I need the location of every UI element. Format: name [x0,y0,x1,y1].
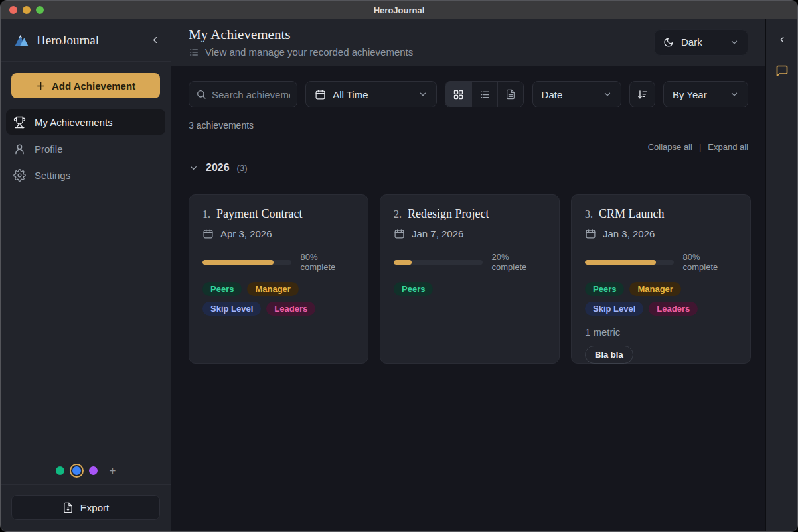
card-title: Payment Contract [216,207,302,221]
calendar-icon [585,228,596,239]
main-area: My Achievements View and manage your rec… [171,19,765,531]
tag-list: Peers [394,282,546,296]
theme-select[interactable]: Dark [654,29,748,56]
search-icon [196,89,206,100]
window-title: HeroJournal [374,5,425,15]
chevron-down-icon [730,38,739,47]
collapse-all-link[interactable]: Collapse all [648,142,692,152]
progress-bar [394,260,483,265]
moon-icon [663,37,674,48]
panel-collapse-button[interactable] [777,35,787,44]
chat-bubble-icon[interactable] [775,64,789,78]
card-number: 2. [394,208,402,220]
calendar-icon [315,89,326,100]
card-number: 1. [202,208,210,220]
tag-peers: Peers [394,282,433,296]
add-achievement-button[interactable]: Add Achievement [11,73,160,98]
achievement-count: 3 achievements [189,120,748,131]
year-count: (3) [237,163,248,173]
app-logo-icon [13,31,31,49]
minimize-window-button[interactable] [23,6,31,14]
progress-bar [202,260,291,265]
toolbar: All Time [189,81,748,107]
card-date: Apr 3, 2026 [220,228,272,239]
time-filter-select[interactable]: All Time [305,81,437,107]
list-lines-icon [189,47,199,58]
card-number: 3. [585,208,593,220]
tag-manager: Manager [629,282,680,296]
theme-dot-blue[interactable] [72,466,81,475]
bullet-list-icon [479,89,491,100]
card-date: Jan 7, 2026 [412,228,463,239]
sidebar-item-my-achievements[interactable]: My Achievements [6,109,165,135]
theme-dot-purple[interactable] [89,466,98,475]
tag-skip-level: Skip Level [585,302,643,316]
progress-label: 80% complete [301,252,355,272]
right-panel-strip [765,19,797,531]
sort-field-select[interactable]: Date [532,81,621,107]
card-title: CRM Launch [599,207,665,221]
app-window: HeroJournal HeroJournal [0,0,798,532]
view-document-button[interactable] [497,82,523,107]
document-icon [505,89,516,100]
titlebar: HeroJournal [1,1,797,19]
achievement-card[interactable]: 1. Payment Contract Apr 3, 2026 [189,194,368,364]
group-controls: Collapse all | Expand all [189,142,748,152]
achievement-cards: 1. Payment Contract Apr 3, 2026 [189,194,748,364]
sidebar-collapse-button[interactable] [150,35,160,45]
tag-manager: Manager [247,282,298,296]
expand-all-link[interactable]: Expand all [708,142,748,152]
trophy-icon [13,116,26,129]
export-button[interactable]: Export [11,495,160,520]
chevron-down-icon [603,90,612,99]
user-icon [13,143,26,155]
year-label: 2026 [206,162,230,174]
metric-badge: Bla bla [585,346,633,364]
chevron-left-icon [777,35,787,44]
tag-skip-level: Skip Level [202,302,261,316]
calendar-icon [202,228,214,239]
progress-bar [585,260,674,265]
brand-name: HeroJournal [37,33,99,48]
view-grid-button[interactable] [445,82,471,107]
chevron-down-icon [189,163,199,173]
page-title: My Achievements [189,27,413,43]
tag-leaders: Leaders [649,302,698,316]
grid-icon [453,89,464,100]
sort-descending-icon [637,89,648,100]
plus-icon [36,81,46,91]
sidebar-item-settings[interactable]: Settings [6,163,165,188]
card-title: Redesign Project [408,207,489,221]
gear-icon [13,169,26,182]
progress-label: 20% complete [492,252,546,272]
tag-list: Peers Manager Skip Level Leaders [202,282,355,316]
chevron-left-icon [150,35,160,45]
theme-dot-green[interactable] [56,466,64,475]
close-window-button[interactable] [9,6,17,14]
page-header: My Achievements View and manage your rec… [171,19,765,66]
chevron-down-icon [418,90,428,99]
tag-leaders: Leaders [266,302,315,316]
metrics-count: 1 metric [585,326,737,338]
search-input[interactable] [212,89,290,100]
card-date: Jan 3, 2026 [603,228,655,239]
chevron-down-icon [730,90,739,99]
sidebar-item-profile[interactable]: Profile [6,136,165,161]
year-group-header[interactable]: 2026 (3) [189,157,748,182]
calendar-icon [394,228,405,239]
sort-direction-button[interactable] [629,81,655,107]
achievement-card[interactable]: 3. CRM Launch Jan 3, 2026 [571,194,751,364]
tag-list: Peers Manager Skip Level Leaders [585,282,737,316]
search-box [189,81,297,107]
group-by-select[interactable]: By Year [663,81,748,107]
add-theme-dot-button[interactable]: + [110,465,116,476]
sidebar-nav: My Achievements Profile Settings [1,103,171,188]
view-list-button[interactable] [471,82,497,107]
traffic-lights [9,6,44,14]
page-subtitle: View and manage your recorded achievemen… [205,46,413,58]
theme-color-dots: + [1,456,171,484]
export-section: Export [1,484,171,531]
achievement-card[interactable]: 2. Redesign Project Jan 7, 2026 [380,194,560,364]
file-download-icon [62,502,74,513]
zoom-window-button[interactable] [36,6,44,14]
